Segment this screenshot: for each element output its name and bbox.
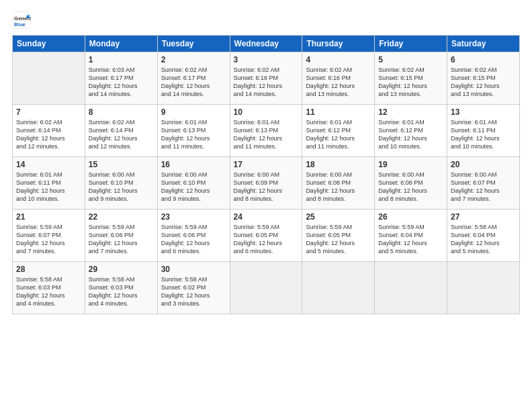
day-number: 2 bbox=[161, 55, 226, 64]
calendar-day-cell: 27Sunrise: 5:58 AM Sunset: 6:04 PM Dayli… bbox=[447, 210, 520, 262]
calendar-week-row: 1Sunrise: 6:03 AM Sunset: 6:17 PM Daylig… bbox=[13, 52, 520, 105]
day-info: Sunrise: 5:59 AM Sunset: 6:05 PM Dayligh… bbox=[306, 223, 371, 256]
calendar-day-cell: 17Sunrise: 6:00 AM Sunset: 6:09 PM Dayli… bbox=[230, 157, 302, 210]
day-number: 10 bbox=[234, 107, 299, 117]
calendar-day-cell: 9Sunrise: 6:01 AM Sunset: 6:13 PM Daylig… bbox=[157, 105, 230, 157]
calendar-day-cell: 30Sunrise: 5:58 AM Sunset: 6:02 PM Dayli… bbox=[157, 262, 230, 314]
calendar-week-row: 7Sunrise: 6:02 AM Sunset: 6:14 PM Daylig… bbox=[13, 105, 520, 157]
calendar-header-cell: Thursday bbox=[302, 36, 375, 52]
calendar-day-cell: 4Sunrise: 6:02 AM Sunset: 6:16 PM Daylig… bbox=[302, 52, 375, 105]
calendar-day-cell: 18Sunrise: 6:00 AM Sunset: 6:08 PM Dayli… bbox=[302, 157, 375, 210]
calendar-day-cell: 28Sunrise: 5:58 AM Sunset: 6:03 PM Dayli… bbox=[13, 262, 85, 314]
day-number: 12 bbox=[378, 107, 443, 117]
day-number: 28 bbox=[16, 265, 81, 274]
calendar-day-cell: 13Sunrise: 6:01 AM Sunset: 6:11 PM Dayli… bbox=[447, 105, 520, 157]
calendar-day-cell: 12Sunrise: 6:01 AM Sunset: 6:12 PM Dayli… bbox=[375, 105, 447, 157]
calendar-header-cell: Wednesday bbox=[230, 36, 302, 52]
calendar-day-cell: 21Sunrise: 5:59 AM Sunset: 6:07 PM Dayli… bbox=[13, 210, 85, 262]
day-info: Sunrise: 6:00 AM Sunset: 6:08 PM Dayligh… bbox=[306, 171, 371, 203]
day-number: 29 bbox=[89, 265, 154, 274]
calendar-day-cell bbox=[230, 262, 302, 314]
day-info: Sunrise: 6:02 AM Sunset: 6:16 PM Dayligh… bbox=[306, 66, 371, 99]
day-info: Sunrise: 6:01 AM Sunset: 6:13 PM Dayligh… bbox=[234, 118, 299, 151]
day-number: 30 bbox=[161, 265, 226, 274]
calendar-day-cell: 6Sunrise: 6:02 AM Sunset: 6:15 PM Daylig… bbox=[447, 52, 520, 105]
calendar-day-cell bbox=[447, 262, 520, 314]
calendar-day-cell: 2Sunrise: 6:02 AM Sunset: 6:17 PM Daylig… bbox=[157, 52, 230, 105]
day-info: Sunrise: 6:00 AM Sunset: 6:10 PM Dayligh… bbox=[89, 171, 154, 203]
calendar-day-cell: 7Sunrise: 6:02 AM Sunset: 6:14 PM Daylig… bbox=[13, 105, 85, 157]
day-number: 5 bbox=[378, 55, 443, 64]
calendar-day-cell: 14Sunrise: 6:01 AM Sunset: 6:11 PM Dayli… bbox=[13, 157, 85, 210]
day-info: Sunrise: 6:02 AM Sunset: 6:17 PM Dayligh… bbox=[161, 66, 226, 99]
day-number: 19 bbox=[378, 160, 443, 169]
calendar-day-cell: 20Sunrise: 6:00 AM Sunset: 6:07 PM Dayli… bbox=[447, 157, 520, 210]
day-info: Sunrise: 6:03 AM Sunset: 6:17 PM Dayligh… bbox=[89, 66, 154, 99]
day-info: Sunrise: 6:00 AM Sunset: 6:09 PM Dayligh… bbox=[234, 171, 299, 203]
calendar-day-cell bbox=[13, 52, 85, 105]
day-info: Sunrise: 5:58 AM Sunset: 6:02 PM Dayligh… bbox=[161, 275, 226, 308]
calendar-header-cell: Friday bbox=[375, 36, 447, 52]
day-number: 1 bbox=[89, 55, 154, 64]
day-info: Sunrise: 6:00 AM Sunset: 6:10 PM Dayligh… bbox=[161, 171, 226, 203]
calendar-day-cell: 26Sunrise: 5:59 AM Sunset: 6:04 PM Dayli… bbox=[375, 210, 447, 262]
calendar-week-row: 21Sunrise: 5:59 AM Sunset: 6:07 PM Dayli… bbox=[13, 210, 520, 262]
calendar-day-cell: 3Sunrise: 6:02 AM Sunset: 6:16 PM Daylig… bbox=[230, 52, 302, 105]
day-number: 8 bbox=[89, 107, 154, 117]
day-info: Sunrise: 5:59 AM Sunset: 6:06 PM Dayligh… bbox=[89, 223, 154, 256]
calendar-header-cell: Sunday bbox=[13, 36, 85, 52]
calendar-table: SundayMondayTuesdayWednesdayThursdayFrid… bbox=[12, 35, 520, 314]
day-number: 4 bbox=[306, 55, 371, 64]
calendar-header-cell: Saturday bbox=[447, 36, 520, 52]
day-number: 21 bbox=[16, 212, 81, 222]
day-info: Sunrise: 5:58 AM Sunset: 6:03 PM Dayligh… bbox=[16, 275, 81, 308]
calendar-day-cell bbox=[375, 262, 447, 314]
calendar-day-cell: 1Sunrise: 6:03 AM Sunset: 6:17 PM Daylig… bbox=[85, 52, 157, 105]
calendar-day-cell: 11Sunrise: 6:01 AM Sunset: 6:12 PM Dayli… bbox=[302, 105, 375, 157]
day-info: Sunrise: 5:58 AM Sunset: 6:03 PM Dayligh… bbox=[89, 275, 154, 308]
day-info: Sunrise: 5:59 AM Sunset: 6:05 PM Dayligh… bbox=[234, 223, 299, 256]
calendar-week-row: 28Sunrise: 5:58 AM Sunset: 6:03 PM Dayli… bbox=[13, 262, 520, 314]
calendar-header-cell: Tuesday bbox=[157, 36, 230, 52]
calendar-day-cell: 24Sunrise: 5:59 AM Sunset: 6:05 PM Dayli… bbox=[230, 210, 302, 262]
calendar-day-cell: 29Sunrise: 5:58 AM Sunset: 6:03 PM Dayli… bbox=[85, 262, 157, 314]
calendar-week-row: 14Sunrise: 6:01 AM Sunset: 6:11 PM Dayli… bbox=[13, 157, 520, 210]
day-info: Sunrise: 5:59 AM Sunset: 6:04 PM Dayligh… bbox=[378, 223, 443, 256]
day-info: Sunrise: 6:01 AM Sunset: 6:12 PM Dayligh… bbox=[378, 118, 443, 151]
day-number: 20 bbox=[451, 160, 516, 169]
day-number: 16 bbox=[161, 160, 226, 169]
calendar-header: SundayMondayTuesdayWednesdayThursdayFrid… bbox=[13, 36, 520, 52]
calendar-day-cell: 15Sunrise: 6:00 AM Sunset: 6:10 PM Dayli… bbox=[85, 157, 157, 210]
day-number: 3 bbox=[234, 55, 299, 64]
day-info: Sunrise: 6:01 AM Sunset: 6:13 PM Dayligh… bbox=[161, 118, 226, 151]
day-number: 13 bbox=[451, 107, 516, 117]
calendar-day-cell: 5Sunrise: 6:02 AM Sunset: 6:15 PM Daylig… bbox=[375, 52, 447, 105]
day-number: 7 bbox=[16, 107, 81, 117]
calendar-day-cell: 16Sunrise: 6:00 AM Sunset: 6:10 PM Dayli… bbox=[157, 157, 230, 210]
day-number: 22 bbox=[89, 212, 154, 222]
day-info: Sunrise: 6:02 AM Sunset: 6:14 PM Dayligh… bbox=[89, 118, 154, 151]
day-info: Sunrise: 6:02 AM Sunset: 6:16 PM Dayligh… bbox=[234, 66, 299, 99]
day-number: 26 bbox=[378, 212, 443, 222]
logo: General Blue bbox=[12, 11, 32, 30]
day-number: 9 bbox=[161, 107, 226, 117]
day-info: Sunrise: 6:01 AM Sunset: 6:12 PM Dayligh… bbox=[306, 118, 371, 151]
day-number: 14 bbox=[16, 160, 81, 169]
day-info: Sunrise: 6:02 AM Sunset: 6:14 PM Dayligh… bbox=[16, 118, 81, 151]
day-number: 23 bbox=[161, 212, 226, 222]
day-info: Sunrise: 6:02 AM Sunset: 6:15 PM Dayligh… bbox=[451, 66, 516, 99]
calendar-body: 1Sunrise: 6:03 AM Sunset: 6:17 PM Daylig… bbox=[13, 52, 520, 314]
calendar-header-cell: Monday bbox=[85, 36, 157, 52]
calendar-day-cell: 19Sunrise: 6:00 AM Sunset: 6:08 PM Dayli… bbox=[375, 157, 447, 210]
calendar-day-cell bbox=[302, 262, 375, 314]
calendar-day-cell: 8Sunrise: 6:02 AM Sunset: 6:14 PM Daylig… bbox=[85, 105, 157, 157]
day-info: Sunrise: 5:59 AM Sunset: 6:06 PM Dayligh… bbox=[161, 223, 226, 256]
day-number: 17 bbox=[234, 160, 299, 169]
day-number: 15 bbox=[89, 160, 154, 169]
day-info: Sunrise: 6:00 AM Sunset: 6:07 PM Dayligh… bbox=[451, 171, 516, 203]
day-number: 11 bbox=[306, 107, 371, 117]
day-number: 27 bbox=[451, 212, 516, 222]
day-info: Sunrise: 6:02 AM Sunset: 6:15 PM Dayligh… bbox=[378, 66, 443, 99]
day-number: 25 bbox=[306, 212, 371, 222]
day-number: 6 bbox=[451, 55, 516, 64]
